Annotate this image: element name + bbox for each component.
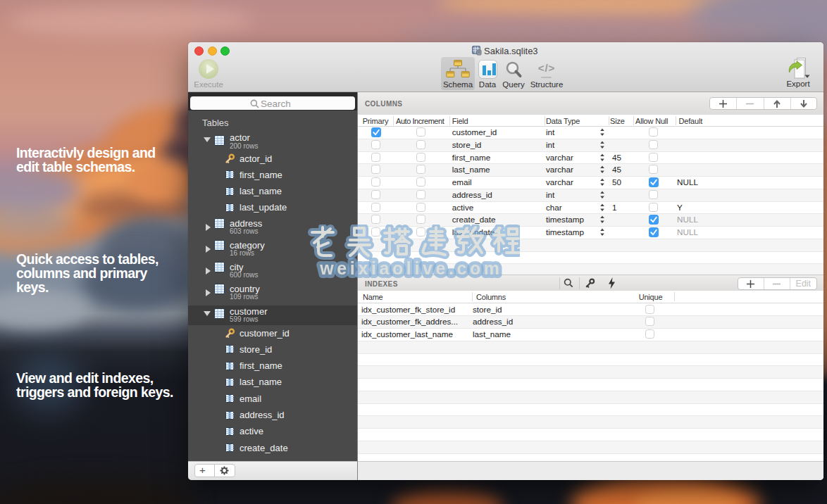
svg-text:weixiaolive.com: weixiaolive.com	[319, 258, 502, 278]
